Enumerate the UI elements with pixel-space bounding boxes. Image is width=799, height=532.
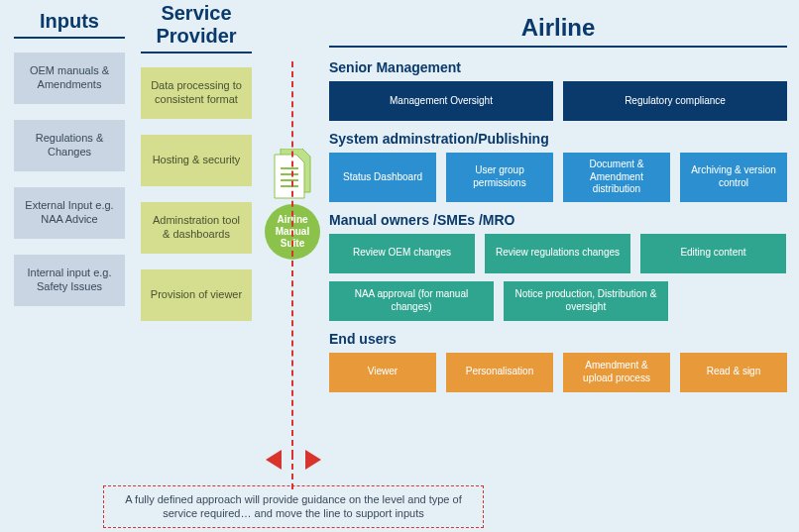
section-title-senior: Senior Management xyxy=(329,59,787,75)
provider-item: Provision of viewer xyxy=(141,269,252,321)
divider-arrows xyxy=(266,450,321,470)
provider-item: Hosting & security xyxy=(141,135,252,186)
senior-row: Management Oversight Regulatory complian… xyxy=(329,81,787,121)
provider-item: Adminstration tool & dashboards xyxy=(141,202,252,254)
provider-header: Service Provider xyxy=(141,0,252,52)
manual-item: Review OEM changes xyxy=(329,234,475,273)
airline-panel: Airline Senior Management Management Ove… xyxy=(329,0,787,400)
inputs-underline xyxy=(14,37,125,39)
sysadmin-item: Status Dashboard xyxy=(329,153,436,202)
airline-underline xyxy=(329,46,787,48)
endusers-item: Read & sign xyxy=(680,353,787,392)
manual-item: Editing content xyxy=(640,234,786,273)
endusers-item: Viewer xyxy=(329,353,436,392)
manual-row-2: NAA approval (for manual changes) Notice… xyxy=(329,281,787,321)
provider-underline xyxy=(141,52,252,53)
airline-header: Airline xyxy=(329,0,787,46)
provider-item: Data processing to consistent format xyxy=(141,67,252,119)
section-title-endusers: End users xyxy=(329,331,787,347)
sysadmin-item: Archiving & version control xyxy=(680,153,787,202)
arrow-left-icon xyxy=(266,450,282,470)
inputs-item: OEM manuals & Amendments xyxy=(14,53,125,104)
inputs-item: Internal input e.g. Safety Issues xyxy=(14,255,125,306)
sysadmin-row: Status Dashboard User group permissions … xyxy=(329,153,787,202)
inputs-stack: OEM manuals & Amendments Regulations & C… xyxy=(14,53,125,306)
sysadmin-item: Document & Amendment distribution xyxy=(563,153,670,202)
provider-column: Service Provider Data processing to cons… xyxy=(141,0,252,321)
section-title-sysadmin: System adminstration/Publishing xyxy=(329,131,787,147)
left-columns: Inputs OEM manuals & Amendments Regulati… xyxy=(14,0,252,321)
section-title-manual: Manual owners /SMEs /MRO xyxy=(329,212,787,228)
provider-header-l1: Service xyxy=(161,2,231,24)
vertical-divider xyxy=(291,61,293,456)
endusers-item: Personalisation xyxy=(446,353,553,392)
manual-item: Review regulations changes xyxy=(485,234,630,273)
inputs-item: External Input e.g. NAA Advice xyxy=(14,187,125,239)
endusers-row: Viewer Personalisation Amendment & uploa… xyxy=(329,353,787,392)
manual-item: NAA approval (for manual changes) xyxy=(329,281,494,321)
senior-item: Regulatory compliance xyxy=(563,81,787,121)
manual-item: Notice production, Distribution & oversi… xyxy=(504,281,668,321)
inputs-item: Regulations & Changes xyxy=(14,120,125,171)
inputs-header: Inputs xyxy=(14,0,125,37)
arrow-right-icon xyxy=(305,450,321,470)
endusers-item: Amendment & upload process xyxy=(563,353,670,392)
provider-header-l2: Provider xyxy=(141,25,252,48)
sysadmin-item: User group permissions xyxy=(446,153,553,202)
senior-item: Management Oversight xyxy=(329,81,553,121)
divider-to-footnote-connector xyxy=(291,454,293,489)
provider-stack: Data processing to consistent format Hos… xyxy=(141,67,252,321)
inputs-column: Inputs OEM manuals & Amendments Regulati… xyxy=(14,0,125,321)
footnote-box: A fully defined approach will provide gu… xyxy=(103,485,484,528)
manual-row-1: Review OEM changes Review regulations ch… xyxy=(329,234,787,273)
